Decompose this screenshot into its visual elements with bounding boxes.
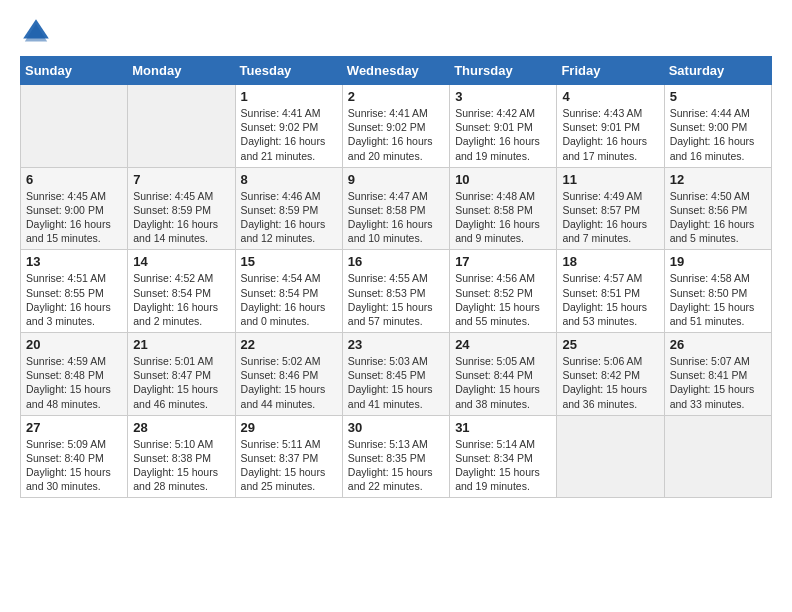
day-number: 10 [455, 172, 551, 187]
day-number: 15 [241, 254, 337, 269]
calendar-cell: 28Sunrise: 5:10 AM Sunset: 8:38 PM Dayli… [128, 415, 235, 498]
logo-icon [20, 16, 52, 48]
day-info: Sunrise: 5:10 AM Sunset: 8:38 PM Dayligh… [133, 437, 229, 494]
day-number: 5 [670, 89, 766, 104]
calendar-cell: 10Sunrise: 4:48 AM Sunset: 8:58 PM Dayli… [450, 167, 557, 250]
day-info: Sunrise: 5:09 AM Sunset: 8:40 PM Dayligh… [26, 437, 122, 494]
day-number: 14 [133, 254, 229, 269]
day-number: 20 [26, 337, 122, 352]
day-info: Sunrise: 4:52 AM Sunset: 8:54 PM Dayligh… [133, 271, 229, 328]
day-info: Sunrise: 5:02 AM Sunset: 8:46 PM Dayligh… [241, 354, 337, 411]
calendar-cell: 9Sunrise: 4:47 AM Sunset: 8:58 PM Daylig… [342, 167, 449, 250]
day-number: 2 [348, 89, 444, 104]
calendar-cell: 26Sunrise: 5:07 AM Sunset: 8:41 PM Dayli… [664, 333, 771, 416]
day-info: Sunrise: 5:11 AM Sunset: 8:37 PM Dayligh… [241, 437, 337, 494]
day-info: Sunrise: 4:41 AM Sunset: 9:02 PM Dayligh… [348, 106, 444, 163]
calendar-table: SundayMondayTuesdayWednesdayThursdayFrid… [20, 56, 772, 498]
calendar-cell: 2Sunrise: 4:41 AM Sunset: 9:02 PM Daylig… [342, 85, 449, 168]
day-info: Sunrise: 4:57 AM Sunset: 8:51 PM Dayligh… [562, 271, 658, 328]
day-number: 27 [26, 420, 122, 435]
calendar-week-row: 1Sunrise: 4:41 AM Sunset: 9:02 PM Daylig… [21, 85, 772, 168]
calendar-cell [557, 415, 664, 498]
calendar-cell [128, 85, 235, 168]
day-info: Sunrise: 4:42 AM Sunset: 9:01 PM Dayligh… [455, 106, 551, 163]
weekday-header: Tuesday [235, 57, 342, 85]
calendar-cell: 8Sunrise: 4:46 AM Sunset: 8:59 PM Daylig… [235, 167, 342, 250]
day-number: 11 [562, 172, 658, 187]
day-info: Sunrise: 5:06 AM Sunset: 8:42 PM Dayligh… [562, 354, 658, 411]
day-info: Sunrise: 4:41 AM Sunset: 9:02 PM Dayligh… [241, 106, 337, 163]
calendar-cell [664, 415, 771, 498]
day-number: 4 [562, 89, 658, 104]
calendar-week-row: 20Sunrise: 4:59 AM Sunset: 8:48 PM Dayli… [21, 333, 772, 416]
day-info: Sunrise: 4:45 AM Sunset: 9:00 PM Dayligh… [26, 189, 122, 246]
calendar-week-row: 6Sunrise: 4:45 AM Sunset: 9:00 PM Daylig… [21, 167, 772, 250]
day-number: 25 [562, 337, 658, 352]
day-number: 8 [241, 172, 337, 187]
day-info: Sunrise: 4:47 AM Sunset: 8:58 PM Dayligh… [348, 189, 444, 246]
day-info: Sunrise: 5:14 AM Sunset: 8:34 PM Dayligh… [455, 437, 551, 494]
day-number: 6 [26, 172, 122, 187]
calendar-cell: 17Sunrise: 4:56 AM Sunset: 8:52 PM Dayli… [450, 250, 557, 333]
calendar-cell: 1Sunrise: 4:41 AM Sunset: 9:02 PM Daylig… [235, 85, 342, 168]
weekday-header: Friday [557, 57, 664, 85]
calendar-cell: 3Sunrise: 4:42 AM Sunset: 9:01 PM Daylig… [450, 85, 557, 168]
day-info: Sunrise: 5:07 AM Sunset: 8:41 PM Dayligh… [670, 354, 766, 411]
day-info: Sunrise: 4:59 AM Sunset: 8:48 PM Dayligh… [26, 354, 122, 411]
day-number: 17 [455, 254, 551, 269]
day-info: Sunrise: 4:48 AM Sunset: 8:58 PM Dayligh… [455, 189, 551, 246]
day-number: 13 [26, 254, 122, 269]
calendar-header-row: SundayMondayTuesdayWednesdayThursdayFrid… [21, 57, 772, 85]
day-info: Sunrise: 5:01 AM Sunset: 8:47 PM Dayligh… [133, 354, 229, 411]
calendar-cell: 4Sunrise: 4:43 AM Sunset: 9:01 PM Daylig… [557, 85, 664, 168]
weekday-header: Sunday [21, 57, 128, 85]
weekday-header: Monday [128, 57, 235, 85]
calendar-cell [21, 85, 128, 168]
day-number: 24 [455, 337, 551, 352]
calendar-cell: 13Sunrise: 4:51 AM Sunset: 8:55 PM Dayli… [21, 250, 128, 333]
day-number: 22 [241, 337, 337, 352]
day-info: Sunrise: 5:05 AM Sunset: 8:44 PM Dayligh… [455, 354, 551, 411]
calendar-cell: 27Sunrise: 5:09 AM Sunset: 8:40 PM Dayli… [21, 415, 128, 498]
day-number: 30 [348, 420, 444, 435]
calendar-cell: 7Sunrise: 4:45 AM Sunset: 8:59 PM Daylig… [128, 167, 235, 250]
day-number: 16 [348, 254, 444, 269]
calendar-week-row: 13Sunrise: 4:51 AM Sunset: 8:55 PM Dayli… [21, 250, 772, 333]
calendar-cell: 30Sunrise: 5:13 AM Sunset: 8:35 PM Dayli… [342, 415, 449, 498]
calendar-cell: 18Sunrise: 4:57 AM Sunset: 8:51 PM Dayli… [557, 250, 664, 333]
day-info: Sunrise: 4:55 AM Sunset: 8:53 PM Dayligh… [348, 271, 444, 328]
day-info: Sunrise: 4:43 AM Sunset: 9:01 PM Dayligh… [562, 106, 658, 163]
day-info: Sunrise: 4:58 AM Sunset: 8:50 PM Dayligh… [670, 271, 766, 328]
calendar-cell: 24Sunrise: 5:05 AM Sunset: 8:44 PM Dayli… [450, 333, 557, 416]
day-info: Sunrise: 4:54 AM Sunset: 8:54 PM Dayligh… [241, 271, 337, 328]
day-number: 29 [241, 420, 337, 435]
calendar-cell: 6Sunrise: 4:45 AM Sunset: 9:00 PM Daylig… [21, 167, 128, 250]
day-number: 19 [670, 254, 766, 269]
calendar-cell: 21Sunrise: 5:01 AM Sunset: 8:47 PM Dayli… [128, 333, 235, 416]
calendar-cell: 14Sunrise: 4:52 AM Sunset: 8:54 PM Dayli… [128, 250, 235, 333]
calendar-cell: 12Sunrise: 4:50 AM Sunset: 8:56 PM Dayli… [664, 167, 771, 250]
calendar-cell: 31Sunrise: 5:14 AM Sunset: 8:34 PM Dayli… [450, 415, 557, 498]
day-info: Sunrise: 5:13 AM Sunset: 8:35 PM Dayligh… [348, 437, 444, 494]
day-info: Sunrise: 5:03 AM Sunset: 8:45 PM Dayligh… [348, 354, 444, 411]
day-number: 7 [133, 172, 229, 187]
calendar-cell: 19Sunrise: 4:58 AM Sunset: 8:50 PM Dayli… [664, 250, 771, 333]
day-number: 18 [562, 254, 658, 269]
day-number: 28 [133, 420, 229, 435]
day-number: 23 [348, 337, 444, 352]
day-info: Sunrise: 4:45 AM Sunset: 8:59 PM Dayligh… [133, 189, 229, 246]
day-info: Sunrise: 4:49 AM Sunset: 8:57 PM Dayligh… [562, 189, 658, 246]
weekday-header: Saturday [664, 57, 771, 85]
calendar-cell: 5Sunrise: 4:44 AM Sunset: 9:00 PM Daylig… [664, 85, 771, 168]
day-info: Sunrise: 4:50 AM Sunset: 8:56 PM Dayligh… [670, 189, 766, 246]
day-number: 21 [133, 337, 229, 352]
calendar-cell: 16Sunrise: 4:55 AM Sunset: 8:53 PM Dayli… [342, 250, 449, 333]
day-info: Sunrise: 4:46 AM Sunset: 8:59 PM Dayligh… [241, 189, 337, 246]
day-info: Sunrise: 4:56 AM Sunset: 8:52 PM Dayligh… [455, 271, 551, 328]
day-number: 31 [455, 420, 551, 435]
calendar-cell: 20Sunrise: 4:59 AM Sunset: 8:48 PM Dayli… [21, 333, 128, 416]
calendar-cell: 25Sunrise: 5:06 AM Sunset: 8:42 PM Dayli… [557, 333, 664, 416]
calendar-cell: 11Sunrise: 4:49 AM Sunset: 8:57 PM Dayli… [557, 167, 664, 250]
calendar-cell: 23Sunrise: 5:03 AM Sunset: 8:45 PM Dayli… [342, 333, 449, 416]
logo [20, 16, 56, 48]
